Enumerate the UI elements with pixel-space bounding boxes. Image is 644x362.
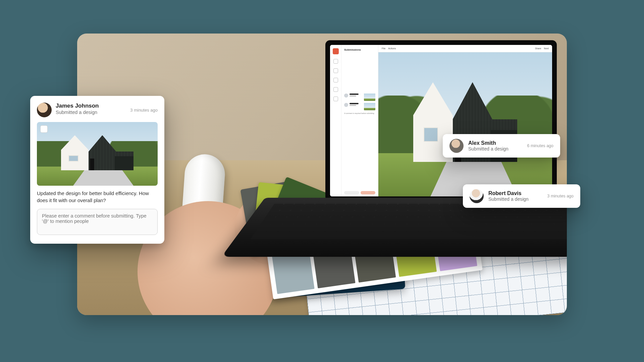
comment-button[interactable]: [344, 191, 359, 194]
laptop-screen: Submissions A comment is required before…: [325, 40, 557, 201]
rail-icon[interactable]: [333, 87, 338, 92]
comment-body: Updated the design for better build effi…: [37, 190, 158, 204]
thumbnail-checkbox[interactable]: [40, 125, 48, 133]
rail-icon[interactable]: [333, 68, 338, 73]
comment-subtitle: Submitted a design: [56, 110, 99, 115]
notification-author: Robert Davis: [488, 190, 529, 196]
rail-icon[interactable]: [333, 97, 338, 101]
notification-subtitle: Submitted a design: [468, 146, 508, 152]
notification-timestamp: 3 minutes ago: [547, 194, 574, 198]
toolbar-actions[interactable]: Actions: [388, 47, 396, 50]
notification-timestamp: 6 minutes ago: [527, 143, 553, 148]
comment-timestamp: 3 minutes ago: [130, 108, 158, 113]
avatar: [37, 103, 52, 117]
submit-button[interactable]: [361, 191, 376, 194]
app-nav-rail: [330, 45, 341, 196]
comment-thumbnail[interactable]: [37, 122, 158, 186]
sidebar-title: Submissions: [344, 48, 375, 51]
thumbnail: [364, 103, 375, 110]
app-sidebar: Submissions A comment is required before…: [341, 45, 378, 196]
comment-input[interactable]: [37, 209, 158, 235]
notification-author: Alex Smith: [468, 140, 508, 146]
avatar: [470, 189, 484, 203]
app-main: File Actions Share Next: [378, 45, 552, 196]
comment-card: James Johnson Submitted a design 3 minut…: [30, 96, 164, 244]
app-toolbar: File Actions Share Next: [378, 45, 552, 52]
app-logo-icon: [333, 48, 339, 54]
notification-card[interactable]: Alex Smith Submitted a design 6 minutes …: [443, 134, 560, 158]
thumbnail: [364, 94, 375, 101]
submission-card[interactable]: [344, 103, 375, 110]
sidebar-footnote: A comment is required before submitting: [344, 112, 375, 115]
rail-icon[interactable]: [333, 78, 338, 82]
toolbar-file[interactable]: File: [382, 47, 385, 50]
notification-card[interactable]: Robert Davis Submitted a design 3 minute…: [463, 184, 580, 208]
avatar-icon: [344, 103, 348, 107]
notification-subtitle: Submitted a design: [488, 196, 529, 202]
avatar: [449, 139, 464, 153]
toolbar-share[interactable]: Share: [535, 47, 541, 50]
submission-card[interactable]: [344, 94, 375, 101]
comment-author: James Johnson: [56, 103, 99, 109]
toolbar-next[interactable]: Next: [544, 47, 549, 50]
rail-icon[interactable]: [333, 59, 338, 64]
app-window: Submissions A comment is required before…: [330, 45, 552, 196]
design-canvas[interactable]: [378, 52, 552, 196]
avatar-icon: [344, 94, 348, 98]
